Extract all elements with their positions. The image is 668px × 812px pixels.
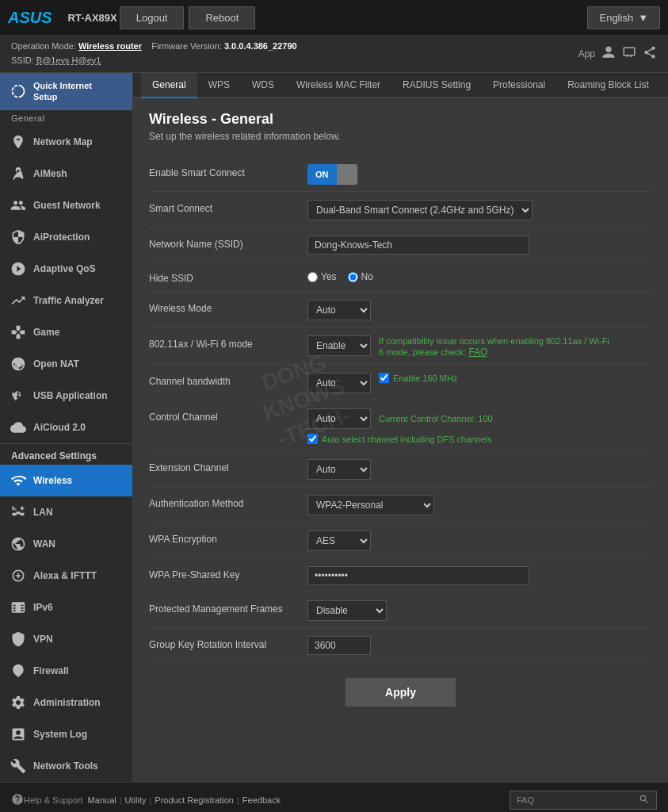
sidebar-item-firewall[interactable]: Firewall: [0, 655, 132, 687]
smart-connect-rule-select[interactable]: Dual-Band Smart Connect (2.4GHz and 5GHz…: [307, 200, 532, 220]
manual-link[interactable]: Manual: [88, 795, 116, 805]
main-content: General WPS WDS Wireless MAC Filter RADI…: [133, 73, 668, 782]
sidebar-item-label: AiMesh: [33, 168, 67, 179]
gkri-label: Group Key Rotation Interval: [149, 634, 307, 650]
tab-roaming-block-list[interactable]: Roaming Block List: [556, 73, 660, 98]
sidebar-item-network-tools[interactable]: Network Tools: [0, 750, 132, 782]
wpa-enc-select[interactable]: AES: [307, 530, 371, 551]
sidebar-item-usb-application[interactable]: USB Application: [0, 380, 132, 412]
wifi6-note: If compatibility issue occurs when enabl…: [379, 336, 609, 357]
sidebar-item-lan[interactable]: LAN: [0, 496, 132, 528]
auth-method-select[interactable]: WPA2-Personal: [307, 495, 434, 515]
faq-search-input[interactable]: [539, 795, 634, 805]
wifi6-control: Enable If compatibility issue occurs whe…: [307, 334, 652, 358]
wpa-key-input[interactable]: [307, 566, 529, 585]
apply-button[interactable]: Apply: [345, 678, 456, 707]
feedback-link[interactable]: Feedback: [242, 795, 281, 805]
sidebar-item-traffic-analyzer[interactable]: Traffic Analyzer: [0, 285, 132, 316]
product-reg-link[interactable]: Product Registration: [155, 795, 234, 805]
sidebar-item-open-nat[interactable]: Open NAT: [0, 348, 132, 380]
control-channel-control: Auto Current Control Channel: 100 Auto s…: [307, 407, 652, 444]
tab-wireless-mac-filter[interactable]: Wireless MAC Filter: [285, 73, 391, 98]
sidebar-item-label: Administration: [33, 697, 101, 708]
sidebar-item-label: Guest Network: [33, 200, 101, 211]
control-channel-dfs-check[interactable]: Auto select channel including DFS channe…: [307, 434, 492, 444]
extension-channel-control: Auto: [307, 458, 652, 480]
tab-professional[interactable]: Professional: [482, 73, 556, 98]
apply-row: Apply: [149, 662, 652, 722]
wpa-enc-label: WPA Encryption: [149, 529, 307, 545]
sidebar-item-wan[interactable]: WAN: [0, 528, 132, 560]
sidebar-item-adaptive-qos[interactable]: Adaptive QoS: [0, 253, 132, 285]
sidebar-item-label: Wireless: [33, 475, 72, 486]
form-row-auth-method: Authentication Method WPA2-Personal: [149, 487, 652, 523]
hide-ssid-label: Hide SSID: [149, 268, 307, 284]
system-log-icon: [10, 726, 27, 743]
pmf-select[interactable]: Disable: [307, 600, 387, 621]
wifi6-select[interactable]: Enable: [307, 335, 371, 356]
sidebar-item-system-log[interactable]: System Log: [0, 718, 132, 750]
gkri-input[interactable]: [307, 636, 371, 655]
sidebar-item-game[interactable]: Game: [0, 316, 132, 348]
sidebar-item-label: LAN: [33, 507, 53, 518]
search-icon[interactable]: [639, 794, 650, 806]
form-row-smart-connect: Enable Smart Connect ON: [149, 156, 652, 192]
guest-network-icon: [10, 197, 27, 214]
sidebar-item-aiprotection[interactable]: AiProtection: [0, 221, 132, 253]
language-selector[interactable]: English ▼: [587, 6, 660, 29]
sidebar-item-label: VPN: [33, 634, 53, 645]
sidebar-item-label: Alexa & IFTTT: [33, 570, 97, 581]
current-control-channel: Current Control Channel: 100: [379, 414, 493, 423]
sidebar-item-guest-network[interactable]: Guest Network: [0, 190, 132, 221]
sidebar-item-label: Firewall: [33, 665, 69, 676]
ssid-input[interactable]: [307, 236, 529, 255]
wifi6-faq-link[interactable]: FAQ: [468, 347, 487, 358]
quick-setup-icon: [10, 82, 27, 100]
utility-link[interactable]: Utility: [125, 795, 147, 805]
control-channel-select[interactable]: Auto: [307, 408, 371, 429]
ssid-field-control: [307, 234, 652, 255]
sidebar-item-wireless[interactable]: Wireless: [0, 465, 132, 496]
tab-wps[interactable]: WPS: [197, 73, 241, 98]
hide-ssid-yes[interactable]: Yes: [307, 271, 337, 282]
sidebar-item-aimesh[interactable]: AiMesh: [0, 158, 132, 190]
wireless-mode-select[interactable]: Auto: [307, 300, 371, 320]
extension-channel-select[interactable]: Auto: [307, 459, 371, 480]
auth-method-label: Authentication Method: [149, 493, 307, 509]
smart-connect-toggle[interactable]: ON: [307, 164, 357, 185]
sidebar-item-label: Quick InternetSetup: [33, 80, 92, 103]
channel-bw-select[interactable]: Auto: [307, 373, 371, 393]
channel-bw-160-label: Enable 160 MHz: [393, 373, 457, 383]
form-row-smart-connect-rule: Smart Connect Dual-Band Smart Connect (2…: [149, 192, 652, 228]
form-row-ssid: Network Name (SSID): [149, 228, 652, 262]
form-row-channel-bw: Channel bandwidth Auto Enable 160 MHz: [149, 365, 652, 400]
sidebar-item-quick-setup[interactable]: Quick InternetSetup: [0, 73, 132, 110]
sidebar-item-administration[interactable]: Administration: [0, 687, 132, 718]
form-row-wifi6: 802.11ax / Wi-Fi 6 mode Enable If compat…: [149, 327, 652, 365]
reboot-button[interactable]: Reboot: [189, 6, 255, 29]
control-channel-dfs-label: Auto select channel including DFS channe…: [322, 435, 492, 444]
sidebar-item-vpn[interactable]: VPN: [0, 623, 132, 655]
ssid-value: B@1eys H@ey1: [36, 56, 101, 65]
tab-radius-setting[interactable]: RADIUS Setting: [391, 73, 482, 98]
user-icon[interactable]: [601, 45, 616, 62]
logout-button[interactable]: Logout: [120, 6, 185, 29]
sidebar-item-label: Traffic Analyzer: [33, 295, 104, 306]
share-icon[interactable]: [643, 45, 657, 62]
sidebar-item-network-map[interactable]: Network Map: [0, 126, 132, 158]
tab-general[interactable]: General: [141, 73, 197, 98]
channel-bw-160-check[interactable]: Enable 160 MHz: [379, 373, 457, 383]
sidebar-item-label: Open NAT: [33, 358, 79, 370]
bottom-bar: Help & Support Manual | Utility | Produc…: [0, 782, 668, 812]
monitor-icon[interactable]: [622, 45, 636, 62]
sidebar-item-aicloud[interactable]: AiCloud 2.0: [0, 412, 132, 443]
control-channel-label: Control Channel: [149, 407, 307, 423]
smart-connect-label: Enable Smart Connect: [149, 163, 307, 178]
form-row-gkri: Group Key Rotation Interval: [149, 628, 652, 662]
page-subtitle: Set up the wireless related information …: [149, 131, 652, 142]
tab-wds[interactable]: WDS: [241, 73, 285, 98]
asus-logo: ASUS: [8, 9, 52, 27]
hide-ssid-no[interactable]: No: [348, 271, 373, 282]
sidebar-item-ipv6[interactable]: IPv6: [0, 592, 132, 623]
sidebar-item-alexa[interactable]: Alexa & IFTTT: [0, 560, 132, 592]
